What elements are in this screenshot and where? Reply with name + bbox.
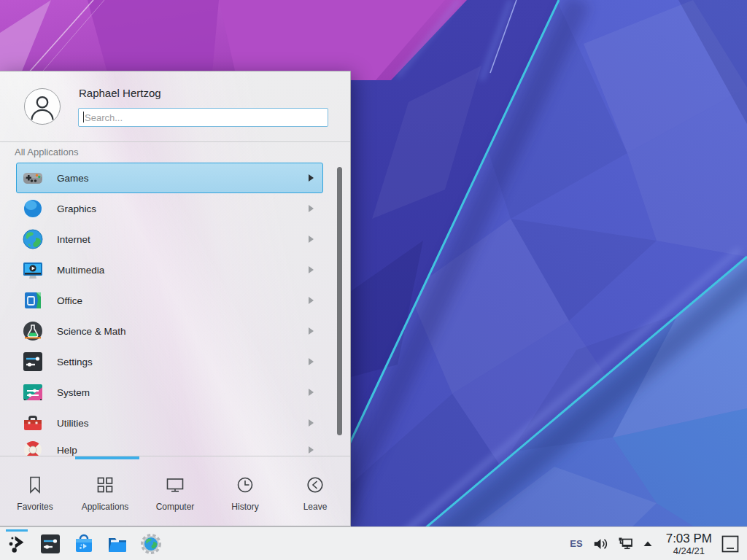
system-settings-button[interactable] [36,529,64,559]
submenu-arrow-icon [309,266,314,273]
category-multimedia[interactable]: Multimedia [16,254,323,285]
active-tab-indicator [75,456,139,459]
sliders-dark-icon [21,350,44,373]
user-name: Raphael Hertzog [79,87,161,99]
category-label: Settings [57,357,309,368]
tab-label: Applications [82,502,129,512]
lifebuoy-icon [21,438,44,456]
submenu-arrow-icon [309,446,314,454]
monitor-play-icon [21,258,44,281]
system-settings-icon [39,532,62,556]
submenu-arrow-icon [309,297,314,304]
submenu-arrow-icon [309,419,314,427]
tab-favorites[interactable]: Favorites [0,460,70,526]
show-desktop-button[interactable] [721,534,740,553]
search-box [78,108,328,127]
section-label: All Applications [15,147,78,158]
category-label: Internet [57,234,309,245]
category-graphics[interactable]: Graphics [16,193,323,224]
category-list: Games Graphics [0,163,350,456]
sliders-color-icon [21,381,44,404]
tab-history[interactable]: History [210,460,280,526]
system-tray: ES [570,527,741,560]
category-label: Multimedia [57,265,309,276]
active-indicator [6,529,28,532]
submenu-arrow-icon [309,389,314,396]
user-icon [25,89,60,124]
category-help[interactable]: Help [16,435,323,456]
expand-tray-arrow-icon[interactable] [642,538,654,550]
header-divider [0,141,350,142]
submenu-arrow-icon [309,327,314,335]
tab-leave[interactable]: Leave [280,460,350,526]
tab-label: Leave [303,502,328,512]
app-launcher-button[interactable] [3,529,31,559]
kickoff-icon [6,533,28,555]
tab-label: History [231,502,258,512]
history-icon [235,475,255,495]
clock-time: 7:03 PM [666,532,712,545]
category-games[interactable]: Games [16,163,323,193]
file-manager-button[interactable] [104,529,131,559]
category-utilities[interactable]: Utilities [16,408,323,438]
tab-label: Computer [156,502,195,512]
show-desktop-icon [721,534,740,553]
sphere-icon [21,197,44,220]
category-system[interactable]: System [16,377,323,408]
folder-icon [106,532,129,556]
digital-clock[interactable]: 7:03 PM 4/24/21 [666,532,712,556]
flask-icon [21,319,44,343]
desktop: Raphael Hertzog All Applications [0,0,747,560]
category-office[interactable]: Office [16,285,323,316]
category-settings[interactable]: Settings [16,346,323,377]
submenu-arrow-icon [309,236,314,243]
category-label: Graphics [57,203,309,214]
category-label: Games [57,173,309,184]
computer-icon [165,475,185,495]
category-science[interactable]: Science & Math [16,316,323,346]
tab-label: Favorites [17,502,53,512]
submenu-arrow-icon [309,358,314,365]
discover-bag-icon [72,532,96,556]
toolbox-icon [21,411,44,435]
keyboard-layout-indicator[interactable]: ES [570,538,582,549]
leave-icon [305,475,325,495]
search-input[interactable] [78,108,328,127]
discover-store-button[interactable] [70,529,98,559]
document-icon [21,289,44,312]
user-avatar[interactable] [24,88,61,125]
submenu-arrow-icon [309,174,314,182]
network-icon[interactable] [616,535,634,553]
volume-icon[interactable] [592,536,608,552]
tabbar-divider [0,456,350,456]
category-label: Office [57,295,309,306]
category-label: Utilities [57,418,309,429]
category-label: Science & Math [57,326,309,337]
gamepad-icon [21,166,44,190]
globe-gear-icon [139,532,163,556]
bookmark-icon [25,475,45,495]
category-internet[interactable]: Internet [16,224,323,254]
globe-icon [21,228,44,251]
web-browser-button[interactable] [137,529,165,559]
submenu-arrow-icon [309,205,314,212]
category-label: Help [57,445,309,456]
launcher-header: Raphael Hertzog [0,71,350,141]
application-launcher-popup: Raphael Hertzog All Applications [0,71,351,526]
grid-icon [95,475,115,495]
list-scrollbar[interactable] [337,167,342,435]
taskbar: ES [0,526,747,560]
tab-applications[interactable]: Applications [70,460,140,526]
clock-date: 4/24/21 [666,546,712,556]
text-caret [83,112,84,122]
category-label: System [57,387,309,398]
launcher-tabbar: Favorites Applications [0,460,350,526]
tab-computer[interactable]: Computer [140,460,210,526]
